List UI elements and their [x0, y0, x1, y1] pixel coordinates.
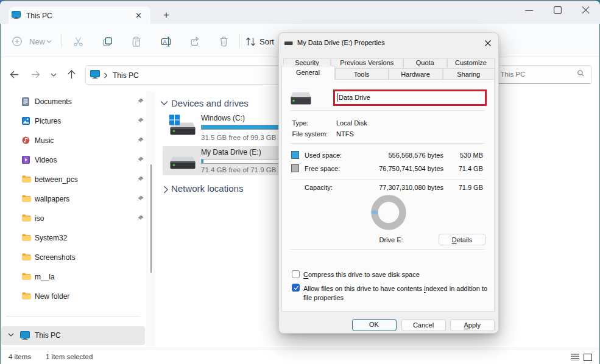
svg-text:A: A	[163, 39, 167, 45]
